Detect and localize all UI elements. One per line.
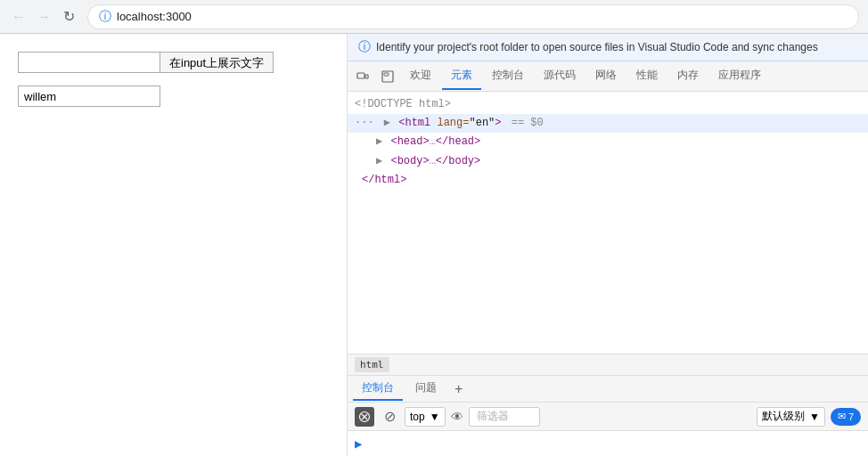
level-selector[interactable]: 默认级别 ▼ bbox=[757, 407, 825, 427]
html-open-tag: <html bbox=[398, 117, 437, 129]
info-bar-icon: ⓘ bbox=[358, 39, 371, 55]
tab-network[interactable]: 网络 bbox=[586, 62, 626, 90]
tab-sources[interactable]: 源代码 bbox=[535, 62, 585, 90]
eye-icon[interactable]: 👁 bbox=[451, 410, 463, 424]
text-input[interactable] bbox=[18, 52, 160, 73]
doctype-line: <!DOCTYPE html> bbox=[348, 95, 868, 114]
filter-input[interactable]: 筛选器 bbox=[469, 407, 540, 427]
value-input-row bbox=[18, 86, 329, 107]
address-bar[interactable]: ⓘ localhost:3000 bbox=[87, 4, 859, 29]
console-body: ▶ bbox=[348, 431, 868, 456]
html-lang-value: "en" bbox=[469, 117, 495, 129]
info-bar: ⓘ Identify your project's root folder to… bbox=[348, 34, 868, 61]
message-badge: ✉ 7 bbox=[831, 408, 861, 426]
svg-rect-1 bbox=[365, 75, 368, 78]
badge-icon: ✉ bbox=[838, 411, 846, 422]
con-tab-console[interactable]: 控制台 bbox=[353, 377, 403, 401]
address-text: localhost:3000 bbox=[117, 10, 192, 23]
console-expand-arrow[interactable]: ▶ bbox=[355, 436, 362, 451]
show-button[interactable]: 在input上展示文字 bbox=[160, 52, 274, 73]
main-area: 在input上展示文字 ⓘ Identify your project's ro… bbox=[0, 34, 868, 456]
tab-console[interactable]: 控制台 bbox=[483, 62, 533, 90]
html-dots: ··· bbox=[355, 117, 374, 129]
value-input[interactable] bbox=[18, 86, 160, 107]
level-label: 默认级别 bbox=[762, 409, 805, 424]
console-toolbar: ⊘ top ▼ 👁 筛选器 默认级别 ▼ ✉ 7 bbox=[348, 403, 868, 431]
back-button[interactable]: ← bbox=[9, 7, 29, 27]
html-selector: == $0 bbox=[512, 117, 544, 129]
html-arrow[interactable]: ▶ bbox=[384, 117, 390, 129]
clear-console-button[interactable] bbox=[355, 407, 374, 427]
doctype-text: <!DOCTYPE html> bbox=[355, 98, 451, 110]
level-dropdown-icon: ▼ bbox=[809, 411, 820, 423]
body-close-tag: </body> bbox=[436, 155, 480, 167]
close-html-tag: </html> bbox=[362, 174, 406, 186]
head-close-tag: </head> bbox=[436, 135, 480, 148]
console-tabs: 控制台 问题 + bbox=[348, 376, 868, 403]
head-arrow[interactable]: ▶ bbox=[376, 135, 382, 148]
forward-button[interactable]: → bbox=[34, 7, 53, 27]
head-line[interactable]: ▶ <head>…</head> bbox=[348, 133, 868, 151]
device-toolbar-icon[interactable] bbox=[351, 65, 374, 88]
devtools-tabs: 欢迎 元素 控制台 源代码 网络 性能 内存 应用程序 bbox=[348, 61, 868, 92]
page-content: 在input上展示文字 bbox=[0, 34, 348, 456]
tab-memory[interactable]: 内存 bbox=[668, 62, 708, 90]
console-section: 控制台 问题 + ⊘ top ▼ 👁 bbox=[348, 375, 868, 456]
head-ellipsis: … bbox=[430, 135, 436, 148]
svg-rect-3 bbox=[384, 73, 389, 76]
html-lang-attr: lang= bbox=[437, 117, 469, 129]
body-line[interactable]: ▶ <body>…</body> bbox=[348, 152, 868, 171]
elements-select-icon[interactable] bbox=[376, 65, 399, 88]
reload-button[interactable]: ↻ bbox=[59, 7, 78, 27]
ban-icon[interactable]: ⊘ bbox=[380, 407, 399, 427]
tab-welcome[interactable]: 欢迎 bbox=[401, 62, 440, 90]
nav-buttons: ← → ↻ bbox=[9, 7, 78, 27]
filter-placeholder: 筛选器 bbox=[477, 410, 509, 422]
svg-rect-0 bbox=[357, 73, 364, 78]
breadcrumb[interactable]: html bbox=[355, 357, 389, 372]
html-close-bracket: > bbox=[495, 117, 501, 129]
devtools-panel: ⓘ Identify your project's root folder to… bbox=[348, 34, 868, 456]
badge-count: 7 bbox=[848, 411, 854, 422]
context-dropdown-icon: ▼ bbox=[430, 411, 440, 423]
body-arrow[interactable]: ▶ bbox=[376, 155, 382, 167]
tab-performance[interactable]: 性能 bbox=[627, 62, 667, 90]
input-row: 在input上展示文字 bbox=[18, 52, 329, 73]
head-tag: <head> bbox=[390, 135, 429, 148]
body-tag: <body> bbox=[390, 155, 429, 167]
context-selector[interactable]: top ▼ bbox=[405, 407, 446, 427]
info-bar-text: Identify your project's root folder to o… bbox=[376, 41, 818, 53]
tab-elements[interactable]: 元素 bbox=[442, 62, 481, 90]
bottom-bar: html bbox=[348, 354, 868, 375]
con-tab-issues[interactable]: 问题 bbox=[406, 377, 446, 401]
tab-application[interactable]: 应用程序 bbox=[709, 62, 770, 90]
close-html-line: </html> bbox=[348, 171, 868, 190]
add-tab-button[interactable]: + bbox=[449, 379, 468, 399]
address-info-icon: ⓘ bbox=[99, 9, 111, 25]
browser-chrome: ← → ↻ ⓘ localhost:3000 bbox=[0, 0, 868, 34]
context-label: top bbox=[410, 411, 425, 423]
body-ellipsis: … bbox=[430, 155, 436, 167]
html-line[interactable]: ··· ▶ <html lang="en"> == $0 bbox=[348, 114, 868, 133]
elements-panel: <!DOCTYPE html> ··· ▶ <html lang="en"> =… bbox=[348, 92, 868, 354]
